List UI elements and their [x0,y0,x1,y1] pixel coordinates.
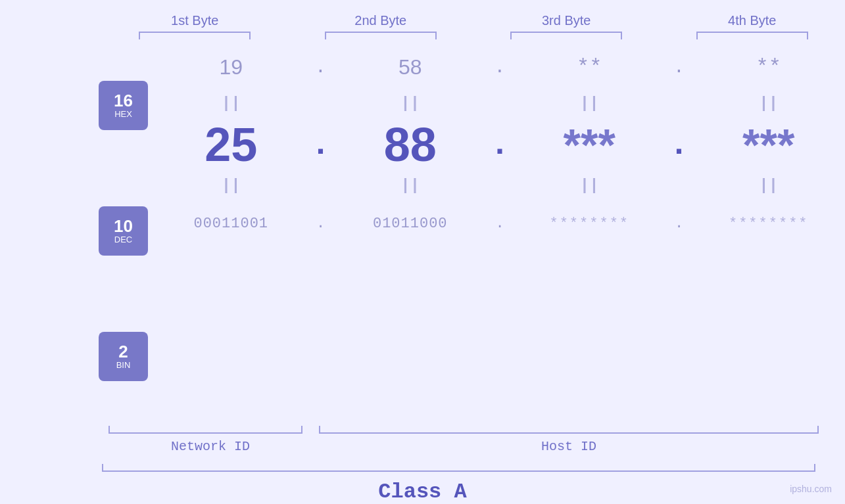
byte1-header: 1st Byte [102,13,288,28]
bin-badge-num: 2 [118,343,128,360]
class-label: Class A [378,480,466,504]
dec-badge-base: DEC [114,235,132,245]
hex-b1: 19 [155,55,308,80]
hex-dot2: . [487,57,513,78]
dec-b3: *** [513,119,666,170]
bracket2 [288,32,474,39]
eq2-b2: || [334,177,487,195]
top-brackets [0,32,845,39]
equals-row1: || || || || [155,92,845,115]
byte4-header: 4th Byte [660,13,846,28]
hex-badge-base: HEX [114,109,132,120]
hex-badge-num: 16 [114,92,133,109]
hex-b2: 58 [334,55,487,80]
dec-b1: 25 [155,118,308,172]
main-grid: 16 HEX 10 DEC 2 BIN 19 . [0,39,845,423]
equals-row2: || || || || [155,174,845,197]
dec-row: 25 . 88 . *** . *** [155,115,845,174]
byte3-header: 3rd Byte [473,13,660,28]
eq1-b1: || [155,95,308,112]
dec-b4: *** [692,119,846,170]
bin-b3: ******** [513,216,666,232]
long-bracket [102,464,815,472]
eq1-b2: || [334,95,487,112]
hex-b4: ** [692,55,846,80]
main-container: 1st Byte 2nd Byte 3rd Byte 4th Byte 16 H… [0,0,845,504]
hex-b3: ** [513,55,666,80]
bin-b2: 01011000 [334,216,487,232]
bin-b4: ******** [692,216,846,232]
hex-dot3: . [666,57,692,78]
bin-dot2: . [487,216,513,232]
network-id-label: Network ID [102,439,319,454]
dec-badge: 10 DEC [99,206,148,256]
hex-row: 19 . 58 . ** . ** [155,39,845,92]
id-labels: Network ID Host ID [102,439,819,454]
eq2-b4: || [692,177,846,195]
hex-dot1: . [308,57,334,78]
bracket1 [102,32,288,39]
dec-badge-num: 10 [114,218,133,235]
eq2-b3: || [513,177,666,195]
watermark: ipshu.com [790,484,832,494]
bin-dot1: . [308,216,334,232]
bracket4 [660,32,846,39]
bin-badge: 2 BIN [99,332,148,381]
eq1-b3: || [513,95,666,112]
bottom-brackets [102,426,819,434]
bin-badge-base: BIN [116,360,131,371]
byte2-header: 2nd Byte [288,13,474,28]
dec-b2: 88 [334,118,487,172]
eq2-b1: || [155,177,308,195]
dec-dot1: . [308,126,334,164]
dec-dot2: . [487,126,513,164]
class-row: Class A [0,480,845,504]
host-bracket [319,426,819,434]
byte-headers: 1st Byte 2nd Byte 3rd Byte 4th Byte [0,13,845,28]
bin-dot3: . [666,216,692,232]
host-id-label: Host ID [319,439,819,454]
hex-badge: 16 HEX [99,81,148,130]
long-bracket-row [0,464,845,472]
bracket3 [473,32,660,39]
base-labels: 16 HEX 10 DEC 2 BIN [92,39,155,423]
dec-dot3: . [666,126,692,164]
eq1-b4: || [692,95,846,112]
bin-row: 00011001 . 01011000 . ******** . [155,197,845,250]
network-bracket [109,426,302,434]
values-grid: 19 . 58 . ** . ** [155,39,845,423]
bottom-section: Network ID Host ID [0,426,845,454]
bin-b1: 00011001 [155,216,308,232]
